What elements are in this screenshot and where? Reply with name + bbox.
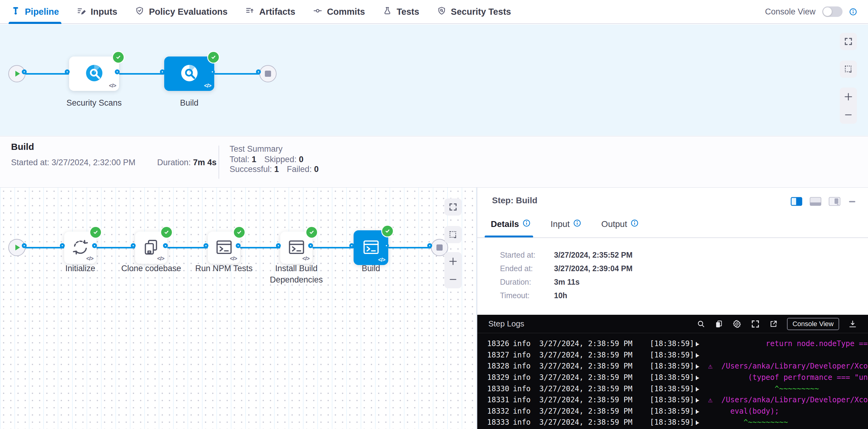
- fullscreen-icon[interactable]: [751, 319, 760, 329]
- log-row[interactable]: 18331info3/27/2024, 2:38:59 PM[18:38:59]…: [477, 394, 868, 406]
- stage-started-at: Started at: 3/27/2024, 2:32:00 PM: [11, 158, 135, 167]
- log-lvl: info: [513, 362, 539, 370]
- log-bt: [18:38:59]:: [650, 351, 696, 359]
- log-row[interactable]: 18326info3/27/2024, 2:38:59 PM[18:38:59]…: [477, 338, 868, 349]
- node-port[interactable]: [92, 243, 97, 248]
- node-security-scans[interactable]: </>: [69, 57, 119, 91]
- stat-value: 0: [299, 155, 304, 164]
- info-icon[interactable]: [574, 219, 581, 229]
- detail-row: Duration:3m 11s: [500, 278, 580, 286]
- node-build[interactable]: </>: [164, 57, 214, 91]
- node-port[interactable]: [210, 69, 215, 74]
- expand-arrow-icon[interactable]: ▶: [696, 386, 708, 392]
- zoom-in-button[interactable]: [840, 88, 857, 105]
- panel-tab-details[interactable]: Details: [491, 219, 530, 229]
- node-port[interactable]: [349, 243, 354, 248]
- node-port[interactable]: [256, 69, 261, 74]
- tab-inputs[interactable]: Inputs: [77, 0, 117, 23]
- tab-label: Policy Evaluations: [149, 7, 227, 17]
- expand-arrow-icon[interactable]: ▶: [696, 363, 708, 369]
- log-bt: [18:38:59]:: [650, 373, 696, 382]
- expand-arrow-icon[interactable]: ▶: [696, 374, 708, 381]
- node-port[interactable]: [22, 69, 27, 74]
- step-logs-title: Step Logs: [488, 319, 697, 329]
- log-row[interactable]: 18329info3/27/2024, 2:38:59 PM[18:38:59]…: [477, 372, 868, 383]
- node-port[interactable]: [427, 243, 432, 248]
- ci-stage-icon: [180, 63, 199, 84]
- node-port[interactable]: [160, 69, 165, 74]
- zoom-in-button[interactable]: [444, 253, 462, 270]
- log-row[interactable]: 18328info3/27/2024, 2:38:59 PM[18:38:59]…: [477, 361, 868, 372]
- canvas-select-button[interactable]: [444, 226, 462, 243]
- download-icon[interactable]: [848, 320, 857, 328]
- node-initialize[interactable]: </>: [64, 232, 96, 264]
- node-run-npm-tests[interactable]: </>: [208, 232, 240, 264]
- log-num: 18326: [487, 339, 513, 348]
- zoom-out-button[interactable]: [840, 106, 857, 123]
- node-port[interactable]: [384, 243, 389, 248]
- console-view-label: Console View: [765, 7, 815, 17]
- ci-stage-icon: [84, 63, 104, 84]
- layout-bottom-icon[interactable]: [810, 197, 822, 206]
- log-bt: [18:38:59]:: [650, 385, 696, 393]
- tab-policy-evaluations[interactable]: Policy Evaluations: [135, 0, 227, 23]
- tab-label: Output: [601, 219, 627, 229]
- tab-tests[interactable]: Tests: [383, 0, 419, 23]
- log-row[interactable]: 18330info3/27/2024, 2:38:59 PM[18:38:59]…: [477, 383, 868, 394]
- node-port[interactable]: [204, 243, 208, 248]
- clone-icon: [142, 238, 161, 258]
- node-install-build-dependencies[interactable]: </>: [280, 232, 312, 264]
- log-row[interactable]: 18332info3/27/2024, 2:38:59 PM[18:38:59]…: [477, 406, 868, 417]
- layout-split-icon[interactable]: [790, 197, 802, 206]
- log-row[interactable]: 18327info3/27/2024, 2:38:59 PM[18:38:59]…: [477, 349, 868, 361]
- gear-icon[interactable]: [732, 319, 742, 329]
- panel-tab-output[interactable]: Output: [601, 219, 639, 229]
- commits-icon: [313, 6, 322, 18]
- tab-security-tests[interactable]: Security Tests: [437, 0, 511, 23]
- layout-right-icon[interactable]: [829, 197, 840, 206]
- external-link-icon[interactable]: [769, 320, 778, 328]
- console-view-button[interactable]: Console View: [787, 318, 839, 330]
- canvas-fullscreen-button[interactable]: [444, 198, 462, 216]
- canvas-select-button[interactable]: [840, 61, 857, 78]
- minimize-icon[interactable]: [848, 197, 857, 206]
- sync-icon: [71, 238, 90, 258]
- node-port[interactable]: [163, 243, 168, 248]
- node-port[interactable]: [65, 69, 70, 74]
- log-lvl: info: [513, 373, 539, 382]
- canvas-fullscreen-button[interactable]: [840, 33, 857, 50]
- expand-arrow-icon[interactable]: ▶: [696, 340, 708, 347]
- zoom-out-button[interactable]: [444, 271, 462, 288]
- node-port[interactable]: [22, 243, 27, 248]
- log-row[interactable]: 18333info3/27/2024, 2:38:59 PM[18:38:59]…: [477, 417, 868, 428]
- expand-arrow-icon[interactable]: ▶: [696, 419, 708, 426]
- node-port[interactable]: [131, 243, 136, 248]
- canvas-zoom-controls: [444, 252, 462, 288]
- panel-tab-input[interactable]: Input: [551, 219, 581, 229]
- expand-arrow-icon[interactable]: ▶: [696, 396, 708, 403]
- tab-pipeline[interactable]: Pipeline: [11, 0, 59, 23]
- node-clone-codebase[interactable]: </>: [135, 232, 167, 264]
- node-port[interactable]: [308, 243, 313, 248]
- tab-artifacts[interactable]: Artifacts: [245, 0, 295, 23]
- stat-label: Total:: [229, 155, 252, 164]
- info-icon[interactable]: [849, 8, 857, 16]
- node-port[interactable]: [236, 243, 241, 248]
- node-port[interactable]: [115, 69, 120, 74]
- tab-commits[interactable]: Commits: [313, 0, 365, 23]
- info-icon[interactable]: [631, 219, 639, 229]
- tests-icon: [383, 6, 392, 18]
- console-view-toggle[interactable]: [822, 6, 842, 17]
- search-icon[interactable]: [697, 320, 705, 328]
- copy-icon[interactable]: [715, 320, 723, 328]
- end-node[interactable]: [259, 65, 277, 82]
- info-icon[interactable]: [523, 219, 530, 229]
- node-port[interactable]: [276, 243, 281, 248]
- log-rows: 18326info3/27/2024, 2:38:59 PM[18:38:59]…: [477, 338, 868, 429]
- expand-arrow-icon[interactable]: ▶: [696, 351, 708, 358]
- log-lvl: info: [513, 385, 539, 393]
- pipeline-edge: [312, 247, 353, 248]
- expand-arrow-icon[interactable]: ▶: [696, 408, 708, 415]
- node-port[interactable]: [60, 243, 65, 248]
- node-build[interactable]: </>: [353, 230, 388, 265]
